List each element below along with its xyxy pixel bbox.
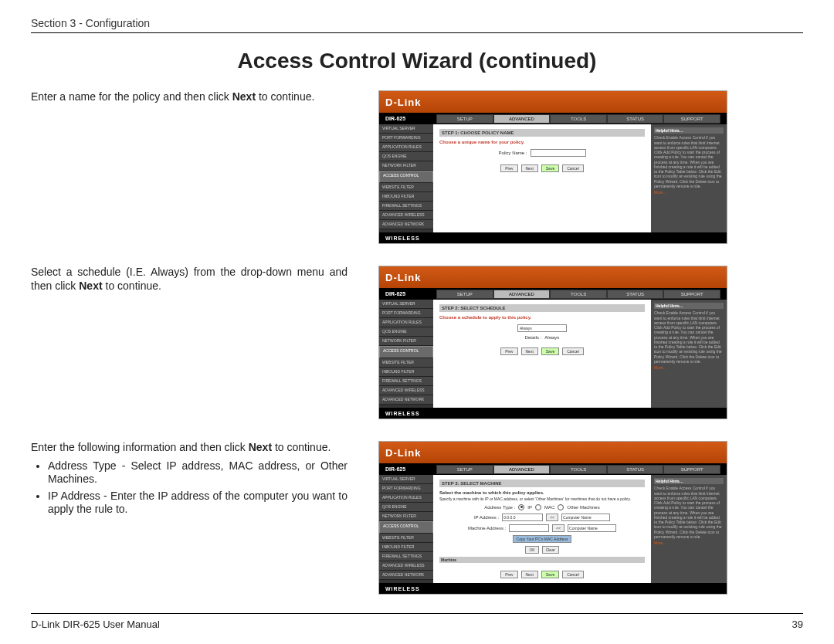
product-label: DIR-625: [385, 291, 405, 297]
product-label: DIR-625: [385, 466, 405, 472]
nav-qos-engine[interactable]: QOS ENGINE: [379, 327, 433, 337]
nav-network-filter[interactable]: NETWORK FILTER: [379, 161, 433, 171]
nav-application-rules[interactable]: APPLICATION RULES: [379, 143, 433, 152]
tab-setup[interactable]: SETUP: [436, 114, 493, 124]
center-pane: STEP 2: SELECT SCHEDULE Choose a schedul…: [433, 300, 651, 408]
nav-firewall-settings[interactable]: FIREWALL SETTINGS: [379, 377, 433, 386]
radio-mac[interactable]: [535, 504, 541, 510]
ip-computer-select[interactable]: Computer Name: [561, 514, 610, 521]
nav-port-forwarding[interactable]: PORT FORWARDING: [379, 309, 433, 318]
tab-setup[interactable]: SETUP: [436, 290, 493, 299]
hints-more[interactable]: More…: [654, 365, 724, 370]
hints-panel: Helpful Hints… Check Enable Access Contr…: [651, 475, 727, 583]
tab-support[interactable]: SUPPORT: [663, 290, 720, 299]
nav-website-filter[interactable]: WEBSITE FILTER: [379, 183, 433, 192]
tab-status[interactable]: STATUS: [607, 290, 664, 299]
nav-advanced-wireless[interactable]: ADVANCED WIRELESS: [379, 386, 433, 395]
nav-advanced-network[interactable]: ADVANCED NETWORK: [379, 571, 433, 580]
nav-port-forwarding[interactable]: PORT FORWARDING: [379, 484, 433, 493]
tab-advanced[interactable]: ADVANCED: [493, 114, 551, 124]
radio-other[interactable]: [558, 504, 564, 510]
nav-firewall-settings[interactable]: FIREWALL SETTINGS: [379, 202, 433, 211]
nav-virtual-server[interactable]: VIRTUAL SERVER: [379, 475, 433, 484]
prev-button[interactable]: Prev: [500, 571, 517, 578]
nav-network-filter[interactable]: NETWORK FILTER: [379, 337, 433, 346]
nav-qos-engine[interactable]: QOS ENGINE: [379, 152, 433, 161]
clear-button[interactable]: Clear: [542, 546, 559, 554]
step2-block: Select a schedule (I.E. Always) from the…: [31, 266, 803, 419]
mac-computer-select[interactable]: Computer Name: [568, 524, 616, 532]
mac-address-input[interactable]: [509, 524, 549, 532]
cancel-button[interactable]: Cancel: [562, 164, 584, 172]
tab-support[interactable]: SUPPORT: [663, 465, 720, 474]
bullet-address-type: Address Type - Select IP address, MAC ad…: [48, 459, 348, 486]
brand-bar: D-Link: [379, 91, 727, 113]
policy-name-label: Policy Name :: [498, 151, 527, 155]
save-button[interactable]: Save: [541, 164, 559, 172]
machine-table-header: Machine: [439, 557, 645, 563]
screenshot-step1: D-Link DIR-625 SETUP ADVANCED TOOLS STAT…: [378, 90, 727, 244]
step1-text: Enter a name for the policy and then cli…: [31, 90, 348, 104]
tab-setup[interactable]: SETUP: [436, 465, 493, 474]
radio-ip[interactable]: [518, 504, 524, 510]
nav-inbound-filter[interactable]: INBOUND FILTER: [379, 543, 433, 552]
nav-application-rules[interactable]: APPLICATION RULES: [379, 493, 433, 503]
tab-support[interactable]: SUPPORT: [663, 114, 720, 124]
next-button[interactable]: Next: [521, 571, 538, 578]
tab-tools[interactable]: TOOLS: [550, 290, 607, 299]
tab-status[interactable]: STATUS: [607, 465, 664, 474]
next-button[interactable]: Next: [521, 164, 538, 172]
brand-logo: D-Link: [385, 97, 421, 108]
cancel-button[interactable]: Cancel: [562, 571, 584, 578]
header-rule: [31, 32, 803, 33]
step3-instruction: Specify a machine with its IP or MAC add…: [439, 497, 645, 501]
hints-more[interactable]: More…: [654, 541, 724, 545]
nav-network-filter[interactable]: NETWORK FILTER: [379, 512, 433, 521]
step1-intro-before: Enter a name for the policy and then cli…: [31, 90, 232, 103]
save-button[interactable]: Save: [541, 347, 559, 355]
prev-button[interactable]: Prev: [500, 347, 517, 355]
ip-address-input[interactable]: 0.0.0.0: [502, 514, 543, 521]
nav-website-filter[interactable]: WEBSITE FILTER: [379, 534, 433, 543]
nav-access-control[interactable]: ACCESS CONTROL: [379, 171, 433, 183]
footer-page-number: 39: [792, 619, 803, 630]
side-nav: VIRTUAL SERVER PORT FORWARDING APPLICATI…: [379, 124, 433, 232]
nav-firewall-settings[interactable]: FIREWALL SETTINGS: [379, 552, 433, 561]
step3-block: Enter the following information and then…: [31, 441, 803, 595]
ip-copy-button[interactable]: <<: [546, 514, 558, 521]
nav-virtual-server[interactable]: VIRTUAL SERVER: [379, 300, 433, 309]
nav-port-forwarding[interactable]: PORT FORWARDING: [379, 134, 433, 143]
nav-access-control[interactable]: ACCESS CONTROL: [379, 346, 433, 358]
step3-bullets: Address Type - Select IP address, MAC ad…: [31, 459, 348, 517]
ok-button[interactable]: OK: [525, 546, 538, 554]
tab-tools[interactable]: TOOLS: [550, 114, 607, 124]
clone-mac-button[interactable]: Copy Your PC's MAC Address: [513, 535, 572, 543]
nav-advanced-wireless[interactable]: ADVANCED WIRELESS: [379, 211, 433, 220]
shot-footer-text: WIRELESS: [385, 586, 420, 591]
tab-advanced[interactable]: ADVANCED: [493, 290, 551, 299]
nav-application-rules[interactable]: APPLICATION RULES: [379, 318, 433, 327]
tab-advanced[interactable]: ADVANCED: [493, 465, 551, 474]
nav-access-control[interactable]: ACCESS CONTROL: [379, 521, 433, 534]
nav-qos-engine[interactable]: QOS ENGINE: [379, 503, 433, 512]
nav-inbound-filter[interactable]: INBOUND FILTER: [379, 368, 433, 377]
nav-virtual-server[interactable]: VIRTUAL SERVER: [379, 124, 433, 134]
hints-more[interactable]: More…: [654, 190, 724, 195]
model-row: DIR-625 SETUP ADVANCED TOOLS STATUS SUPP…: [379, 113, 727, 124]
nav-website-filter[interactable]: WEBSITE FILTER: [379, 358, 433, 368]
tab-status[interactable]: STATUS: [607, 114, 664, 124]
mac-copy-button[interactable]: <<: [552, 524, 564, 532]
prev-button[interactable]: Prev: [500, 164, 517, 172]
nav-advanced-network[interactable]: ADVANCED NETWORK: [379, 220, 433, 229]
nav-advanced-wireless[interactable]: ADVANCED WIRELESS: [379, 561, 433, 571]
save-button[interactable]: Save: [541, 571, 559, 578]
tab-tools[interactable]: TOOLS: [550, 465, 607, 474]
screenshot-step2: D-Link DIR-625 SETUP ADVANCED TOOLS STAT…: [378, 266, 727, 419]
nav-inbound-filter[interactable]: INBOUND FILTER: [379, 192, 433, 202]
brand-bar: D-Link: [379, 442, 727, 463]
schedule-select[interactable]: Always: [517, 324, 567, 332]
cancel-button[interactable]: Cancel: [562, 347, 584, 355]
next-button[interactable]: Next: [521, 347, 538, 355]
policy-name-input[interactable]: [531, 149, 586, 157]
nav-advanced-network[interactable]: ADVANCED NETWORK: [379, 395, 433, 405]
